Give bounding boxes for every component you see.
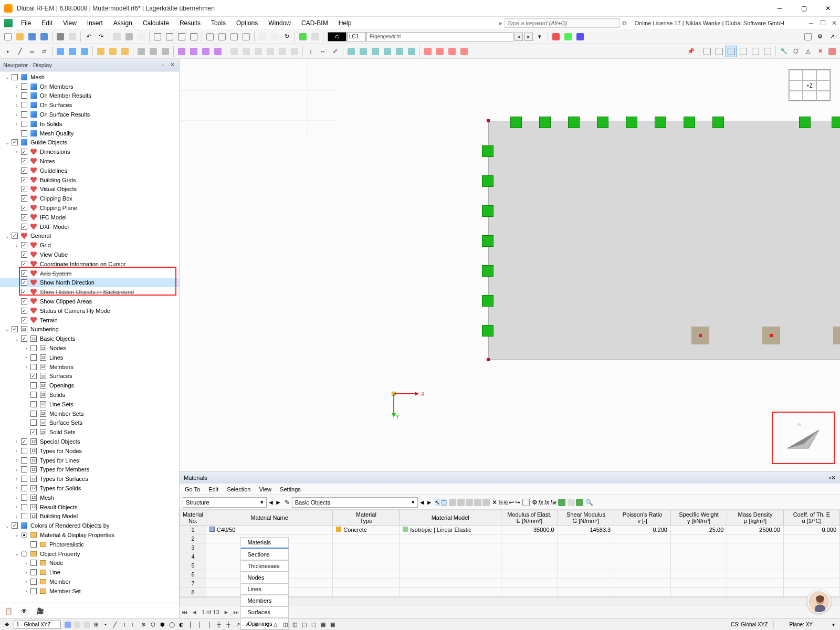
tool-grid1-icon[interactable] xyxy=(204,31,216,43)
tool-calc2-icon[interactable] xyxy=(309,31,321,43)
basic-prev-button[interactable]: ◄ xyxy=(419,499,425,506)
support-node[interactable] xyxy=(482,295,494,307)
tree-item[interactable]: ✓Visual Objects xyxy=(0,185,179,194)
tool2-aa-icon[interactable] xyxy=(701,46,713,57)
status-a-icon[interactable] xyxy=(63,621,72,629)
mtool-select-icon[interactable]: ↖ xyxy=(435,499,440,506)
mtool-g-icon[interactable]: ⎗ xyxy=(504,499,508,506)
tool2-ac-icon[interactable] xyxy=(726,46,737,57)
status-o5-icon[interactable]: △ xyxy=(271,621,280,629)
navigator-tree[interactable]: ⌄Mesh›On Members›On Member Results›On Su… xyxy=(0,71,179,603)
tool-solid-icon[interactable] xyxy=(123,31,135,43)
status-k-icon[interactable]: ⬢ xyxy=(158,621,167,629)
edit-pencil-icon[interactable]: ✎ xyxy=(284,499,291,506)
basic-objects-dropdown[interactable]: Basic Objects▾ xyxy=(292,497,418,508)
tool-save-icon[interactable] xyxy=(26,31,38,43)
status-e-icon[interactable]: • xyxy=(101,621,110,629)
tool2-d-icon[interactable] xyxy=(135,46,147,57)
mtool-i-icon[interactable]: ↪ xyxy=(515,499,520,506)
tab-nodes[interactable]: Nodes xyxy=(240,572,288,583)
tool2-z2-icon[interactable] xyxy=(434,46,446,57)
tree-item[interactable]: ⌄Mesh xyxy=(0,72,179,82)
tool2-i-icon[interactable] xyxy=(200,46,212,57)
tree-item[interactable]: ›12Types for Members xyxy=(0,465,179,474)
tree-item[interactable]: Mesh Quality xyxy=(0,129,179,138)
tab-first-button[interactable]: ⏮ xyxy=(180,609,190,615)
tree-item[interactable]: ✓IFC Model xyxy=(0,213,179,222)
materials-menu-edit[interactable]: Edit xyxy=(208,486,218,492)
tree-item[interactable]: ⌄Object Property xyxy=(0,549,179,559)
tree-item[interactable]: ›12Types for Nodes xyxy=(0,446,179,456)
tool2-q-icon[interactable]: ↕ xyxy=(305,46,317,57)
tool2-a-icon[interactable] xyxy=(95,46,107,57)
tree-item[interactable]: ✓Building Grids xyxy=(0,175,179,185)
viewcube-face[interactable]: +Z xyxy=(803,80,816,91)
tool-report-icon[interactable] xyxy=(67,31,78,43)
tool2-j-icon[interactable] xyxy=(212,46,224,57)
tree-item[interactable]: 12Member Sets xyxy=(0,409,179,418)
child-minimize-button[interactable]: ─ xyxy=(806,18,816,28)
status-p1-icon[interactable]: ◫ xyxy=(280,621,290,629)
tool2-pin-icon[interactable]: 📌 xyxy=(685,46,697,57)
mtool-k-icon[interactable]: ⚙ xyxy=(532,499,538,506)
support-node[interactable] xyxy=(712,117,724,128)
tool-right3-icon[interactable]: ↗ xyxy=(826,31,838,43)
mtool-f-icon[interactable]: ⎘ xyxy=(499,499,503,506)
tool-zoom2-icon[interactable] xyxy=(269,31,280,43)
mtool-h-icon[interactable]: ↩ xyxy=(509,499,514,506)
status-g-icon[interactable]: ⊥ xyxy=(120,621,129,629)
status-cs-select[interactable]: 1 - Global XYZ xyxy=(14,621,61,629)
materials-close-icon[interactable]: ✕ xyxy=(831,475,836,481)
tool-layout2-icon[interactable] xyxy=(164,31,175,43)
status-o4-icon[interactable]: ✕ xyxy=(261,621,271,629)
tree-item[interactable]: ✓Status of Camera Fly Mode xyxy=(0,306,179,316)
tool2-ae-icon[interactable] xyxy=(750,46,761,57)
tool-undo-icon[interactable]: ↶ xyxy=(83,31,94,43)
support-node[interactable] xyxy=(482,175,494,187)
tab-last-button[interactable]: ⏭ xyxy=(231,609,241,615)
tree-item[interactable]: ›12Result Objects xyxy=(0,502,179,512)
tree-item[interactable]: ›12Mesh xyxy=(0,493,179,502)
status-end-icon[interactable]: ▾ xyxy=(828,621,838,629)
tool2-z4-icon[interactable] xyxy=(458,46,470,57)
column-node[interactable] xyxy=(691,327,709,344)
mtool-pick-icon[interactable]: ⬚ xyxy=(441,499,447,506)
column-node[interactable] xyxy=(762,327,780,344)
status-cs-icon[interactable]: ✥ xyxy=(2,621,12,629)
materials-menu-settings[interactable]: Settings xyxy=(280,486,301,492)
minimize-button[interactable]: ─ xyxy=(768,0,792,17)
maximize-button[interactable]: ▢ xyxy=(792,0,816,17)
tool2-b-icon[interactable] xyxy=(107,46,119,57)
tree-item[interactable]: ✓Axis System xyxy=(0,269,179,278)
status-n1-icon[interactable]: │ xyxy=(186,621,195,629)
struct-next-button[interactable]: ► xyxy=(275,499,281,506)
support-node[interactable] xyxy=(832,117,840,128)
tree-item[interactable]: ✓Terrain xyxy=(0,316,179,325)
tree-item[interactable]: ✓Guidelines xyxy=(0,166,179,175)
tool2-ah-icon[interactable]: △ xyxy=(802,46,814,57)
column-node[interactable] xyxy=(833,327,840,344)
corner-node[interactable] xyxy=(487,119,490,122)
tool2-k-icon[interactable] xyxy=(228,46,240,57)
tree-item[interactable]: ✓DXF Model xyxy=(0,222,179,232)
tool-layout3-icon[interactable] xyxy=(176,31,187,43)
materials-menu-view[interactable]: View xyxy=(259,486,271,492)
tool2-cube2-icon[interactable] xyxy=(67,46,78,57)
tree-item[interactable]: ✓12Solid Sets xyxy=(0,427,179,437)
mtool-m-icon[interactable] xyxy=(576,499,583,506)
mtool-del-icon[interactable]: ✕ xyxy=(492,499,497,506)
tool-print-icon[interactable] xyxy=(55,31,66,43)
tool2-del-icon[interactable]: ✕ xyxy=(814,46,826,57)
tool2-z3-icon[interactable] xyxy=(446,46,458,57)
status-j-icon[interactable]: ⬡ xyxy=(148,621,158,629)
tool-new-icon[interactable] xyxy=(2,31,14,43)
tool2-w-icon[interactable] xyxy=(382,46,393,57)
close-button[interactable]: ✕ xyxy=(816,0,840,17)
tab-members[interactable]: Members xyxy=(240,595,288,606)
status-o3-icon[interactable]: ⊕ xyxy=(252,621,261,629)
tool-rotate-icon[interactable]: ↻ xyxy=(281,31,292,43)
tree-item[interactable]: Photorealistic xyxy=(0,540,179,549)
tool-redo-icon[interactable]: ↷ xyxy=(95,31,107,43)
tree-item[interactable]: ⌄✓Colors of Rendered Objects by xyxy=(0,521,179,530)
tree-item[interactable]: ›12Nodes xyxy=(0,343,179,353)
